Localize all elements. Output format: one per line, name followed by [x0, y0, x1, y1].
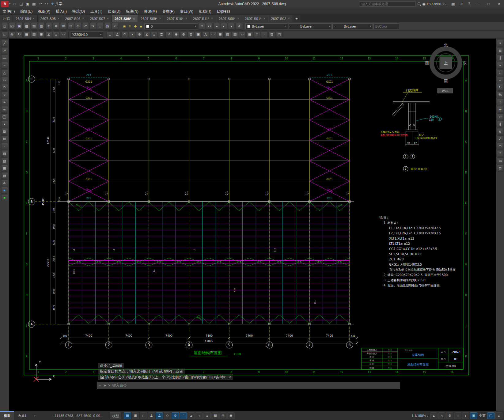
menu-item[interactable]: 窗口(W): [177, 8, 196, 15]
color-swatch-blue-icon[interactable]: ■: [1, 187, 8, 194]
point-style-icon[interactable]: ·: [261, 31, 268, 38]
doc-tab[interactable]: 2607-S09*×: [138, 15, 164, 22]
ellipse-arc-icon[interactable]: ◖: [1, 121, 8, 127]
selection-cycling-icon[interactable]: ◎: [219, 412, 227, 419]
share-button[interactable]: ✈ 共享: [51, 1, 62, 6]
menu-item[interactable]: 文件(F): [0, 8, 17, 15]
graphics-performance-icon[interactable]: ▣: [470, 412, 477, 419]
create-block-icon[interactable]: ⊞: [1, 135, 8, 142]
match-properties-icon[interactable]: ⊡: [75, 23, 81, 30]
save-file-icon[interactable]: ▣: [25, 1, 31, 7]
close-icon[interactable]: ×: [107, 17, 109, 20]
layer-color-icon[interactable]: ■: [138, 24, 144, 29]
dim-diameter-icon[interactable]: ⊘: [136, 31, 143, 38]
copy-icon[interactable]: ⊞: [497, 47, 504, 54]
close-button[interactable]: ×: [495, 1, 503, 7]
center-mark-icon[interactable]: ⊙: [180, 31, 187, 38]
autocad-logo-icon[interactable]: A: [1, 1, 9, 7]
save-icon[interactable]: ▣: [16, 23, 23, 30]
layer-isolate-icon[interactable]: ◐: [221, 23, 227, 30]
redo-icon[interactable]: ↷: [89, 23, 96, 30]
explode-icon[interactable]: *: [497, 150, 504, 157]
infer-constraints-icon[interactable]: ∟: [140, 412, 147, 419]
dynamic-input-icon[interactable]: +: [195, 412, 203, 419]
dim-arc-icon[interactable]: ◠: [121, 31, 128, 38]
chamfer-icon[interactable]: ∠: [497, 135, 504, 142]
workspace-gear-icon[interactable]: ⊛: [446, 412, 453, 419]
close-icon[interactable]: ×: [33, 17, 35, 20]
color-swatch-green-icon[interactable]: ■: [1, 194, 8, 201]
undo-icon[interactable]: ↶: [37, 1, 44, 7]
pan-icon[interactable]: ↔: [97, 23, 104, 30]
cut-icon[interactable]: ⊗: [53, 23, 59, 30]
isodraft-icon[interactable]: ◇: [164, 412, 171, 419]
annotation-visibility-icon[interactable]: ▲: [430, 412, 438, 419]
divide-icon[interactable]: ∷: [254, 31, 260, 38]
minimize-button[interactable]: —: [474, 1, 483, 7]
extend-icon[interactable]: ↦: [497, 113, 504, 120]
dynamic-ucs-icon[interactable]: ⊿: [188, 412, 195, 419]
close-icon[interactable]: ×: [82, 17, 84, 20]
doc-tab[interactable]: 2607-S05×: [38, 15, 63, 22]
menu-item[interactable]: 标注(N): [123, 8, 141, 15]
close-icon[interactable]: ×: [288, 17, 290, 20]
doc-tab[interactable]: 2607-S02×: [268, 15, 293, 22]
doc-tab[interactable]: 2607-S01*×: [242, 15, 268, 22]
polyline-icon[interactable]: ~: [1, 62, 8, 69]
menu-item[interactable]: 帮助(H): [196, 8, 214, 15]
stretch-icon[interactable]: ↕: [497, 99, 504, 105]
customize-icon[interactable]: ≡: [495, 412, 502, 419]
close-icon[interactable]: ×: [185, 17, 187, 20]
open-file-icon[interactable]: ◱: [18, 1, 24, 7]
properties-palette-icon[interactable]: ▭: [60, 31, 67, 38]
annotation-monitor-icon[interactable]: ◌: [454, 412, 461, 419]
mtext-icon[interactable]: ▭: [210, 31, 216, 38]
layer-thaw-icon[interactable]: ☀: [127, 24, 133, 29]
orbit-icon[interactable]: ↻: [16, 31, 23, 38]
hatch-icon[interactable]: ▨: [1, 150, 8, 157]
mirror-icon[interactable]: ∥: [497, 55, 504, 61]
layer-on-icon[interactable]: ◉: [122, 24, 127, 29]
3d-osnap-icon[interactable]: ◉: [227, 412, 235, 419]
gradient-icon[interactable]: ▧: [232, 31, 238, 38]
undo-icon[interactable]: ↶: [82, 23, 89, 30]
trim-icon[interactable]: ┼: [497, 106, 504, 113]
spline-icon[interactable]: ∿: [1, 106, 8, 113]
menu-item[interactable]: 格式(O): [70, 8, 88, 15]
search-input[interactable]: [359, 1, 416, 7]
break-icon[interactable]: ∦: [497, 121, 504, 127]
model-tab[interactable]: 模型: [0, 411, 14, 420]
polygon-icon[interactable]: △: [1, 69, 8, 76]
hatch-icon[interactable]: ▨: [224, 31, 231, 38]
line-icon[interactable]: ╱: [1, 40, 8, 47]
properties-icon[interactable]: ▭: [497, 157, 504, 164]
model-space-toggle[interactable]: 模型: [110, 412, 121, 419]
publish-icon[interactable]: ↥: [45, 23, 52, 30]
customize-icon[interactable]: ≫: [103, 384, 106, 388]
lineweight-combo[interactable]: ByLayer ▾: [332, 23, 373, 29]
otrack-icon[interactable]: ∴: [180, 412, 187, 419]
menu-item[interactable]: 视图(V): [35, 8, 53, 15]
paste-icon[interactable]: ⊟: [67, 23, 74, 30]
menu-item[interactable]: 插入(I): [53, 8, 69, 15]
xref-icon[interactable]: ◰: [276, 31, 282, 38]
text-single-icon[interactable]: A: [202, 31, 209, 38]
render-icon[interactable]: ▦: [23, 31, 30, 38]
point-icon[interactable]: ·: [1, 143, 8, 149]
tolerance-icon[interactable]: ⊕: [173, 31, 180, 38]
save-all-icon[interactable]: ▩: [23, 23, 30, 30]
maximize-button[interactable]: □: [484, 1, 493, 7]
layer-make-current-icon[interactable]: ⊙: [199, 23, 205, 30]
block-combo[interactable]: YZ200410 ▾: [70, 32, 103, 38]
close-icon[interactable]: ×: [237, 17, 239, 20]
user-account[interactable]: ◉ 1505999135...: [422, 2, 448, 6]
circle-icon[interactable]: ○: [1, 91, 8, 98]
dim-radius-icon[interactable]: ◔: [129, 31, 135, 38]
rotate-icon[interactable]: ↻: [497, 84, 504, 91]
search-icon[interactable]: [418, 2, 420, 5]
table-icon[interactable]: ▤: [1, 172, 8, 179]
menu-item[interactable]: 编辑(E): [17, 8, 35, 15]
doc-tab[interactable]: 2607-S00*×: [216, 15, 242, 22]
table-icon[interactable]: ⊞: [217, 31, 224, 38]
polar-tracking-icon[interactable]: ∠: [156, 412, 163, 419]
